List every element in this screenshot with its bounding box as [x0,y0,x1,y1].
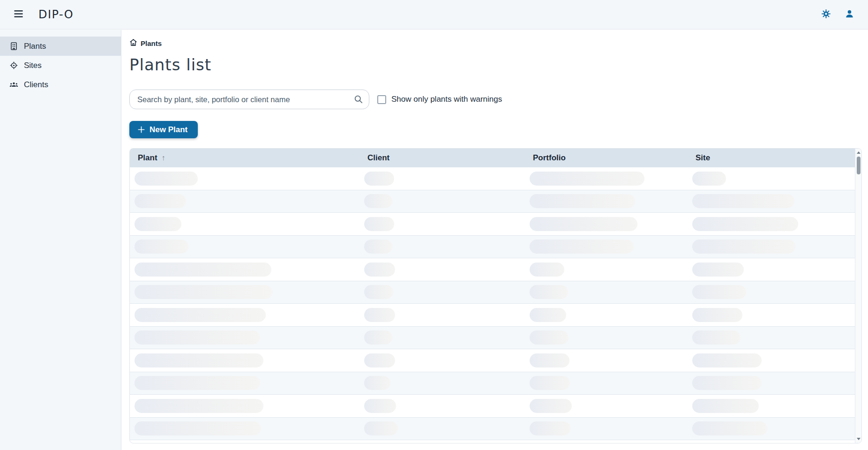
skeleton-placeholder [530,353,569,368]
breadcrumb[interactable]: Plants [129,38,162,48]
skeleton-placeholder [530,262,564,277]
skeleton-placeholder [135,240,188,254]
scrollbar-down-arrow[interactable] [855,435,861,442]
table-row [130,167,855,190]
warnings-checkbox-label[interactable]: Show only plants with warnings [391,95,502,104]
skeleton-placeholder [135,399,263,413]
table-row [130,304,855,327]
people-icon [9,80,18,89]
sidebar-item-clients[interactable]: Clients [0,75,121,94]
search-box [129,90,369,109]
column-header-portfolio[interactable]: Portfolio [525,153,688,163]
skeleton-placeholder [135,330,260,345]
person-icon [845,9,854,20]
filter-bar: Show only plants with warnings [129,90,861,109]
search-icon [354,95,363,106]
skeleton-placeholder [530,240,634,254]
main-content: Plants Plants list Show only plants with… [122,30,868,450]
column-header-plant[interactable]: Plant ↑ [130,153,359,163]
new-plant-button[interactable]: New Plant [129,121,198,138]
skeleton-placeholder [692,308,742,322]
skeleton-placeholder [692,217,798,231]
scrollbar-up-arrow[interactable] [855,149,861,156]
skeleton-placeholder [364,330,392,345]
skeleton-placeholder [692,421,767,435]
sidebar: Plants Sites [0,30,121,450]
building-icon [9,42,18,51]
sidebar-item-label: Plants [24,42,46,51]
scrollbar-thumb[interactable] [857,157,861,174]
table-row [130,281,855,304]
skeleton-placeholder [135,353,263,368]
table-scrollbar[interactable] [855,149,861,443]
user-account-button[interactable] [841,6,858,23]
table-row [130,349,855,372]
skeleton-placeholder [530,399,572,413]
search-input[interactable] [129,90,369,109]
table-row [130,258,855,281]
skeleton-placeholder [530,308,566,322]
skeleton-placeholder [364,285,393,299]
table-row [130,190,855,213]
table-row [130,327,855,350]
skeleton-placeholder [692,399,759,413]
table-row [130,213,855,236]
warnings-filter: Show only plants with warnings [377,95,502,104]
skeleton-placeholder [135,285,272,299]
skeleton-placeholder [530,421,570,435]
skeleton-placeholder [364,421,398,435]
table-row [130,236,855,259]
sidebar-item-plants[interactable]: Plants [0,37,121,56]
skeleton-placeholder [364,217,394,231]
skeleton-placeholder [135,421,261,435]
table-header-row: Plant ↑ Client Portfolio Site [130,149,855,167]
skeleton-placeholder [692,240,795,254]
skeleton-placeholder [530,217,637,231]
skeleton-placeholder [530,285,568,299]
skeleton-placeholder [692,285,746,299]
skeleton-placeholder [135,194,186,208]
table-body [130,167,855,440]
hamburger-icon [14,10,23,19]
settings-button[interactable] [817,6,834,23]
table-row [130,372,855,395]
skeleton-placeholder [364,240,392,254]
warnings-checkbox[interactable] [377,95,386,104]
column-header-client[interactable]: Client [359,153,525,163]
skeleton-placeholder [530,330,569,345]
skeleton-placeholder [692,376,762,390]
skeleton-placeholder [530,194,635,208]
new-plant-button-label: New Plant [150,125,187,135]
column-header-site[interactable]: Site [688,153,855,163]
app-window: DIP-O [0,0,868,450]
skeleton-placeholder [364,308,395,322]
skeleton-placeholder [364,376,390,390]
skeleton-placeholder [364,262,395,277]
skeleton-placeholder [692,353,762,368]
home-icon [129,38,137,48]
skeleton-placeholder [135,217,181,231]
skeleton-placeholder [364,194,392,208]
gear-icon [821,9,831,20]
app-logo: DIP-O [38,8,74,21]
skeleton-placeholder [135,172,198,186]
table-row [130,418,855,441]
skeleton-placeholder [530,376,570,390]
top-bar: DIP-O [0,0,868,30]
skeleton-placeholder [364,399,396,413]
skeleton-placeholder [530,172,644,186]
skeleton-placeholder [692,194,794,208]
sidebar-item-label: Sites [24,61,42,70]
skeleton-placeholder [135,376,260,390]
skeleton-placeholder [364,353,395,368]
page-title: Plants list [129,55,861,74]
table-row [130,395,855,418]
skeleton-placeholder [364,172,394,186]
sort-asc-icon: ↑ [162,154,165,162]
skeleton-placeholder [135,262,271,277]
target-icon [9,61,18,70]
hamburger-menu-button[interactable] [10,7,26,22]
sidebar-item-sites[interactable]: Sites [0,56,121,75]
breadcrumb-label: Plants [141,39,162,47]
skeleton-placeholder [692,262,744,277]
